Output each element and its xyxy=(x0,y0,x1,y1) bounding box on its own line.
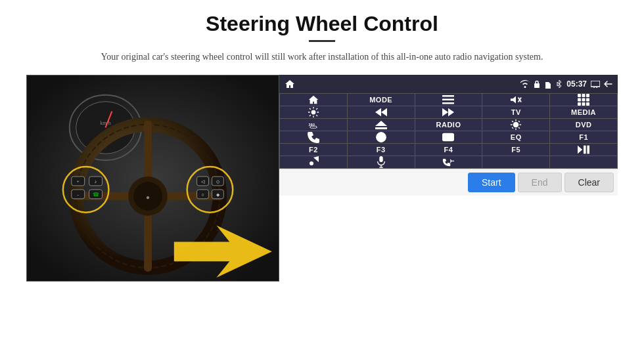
svg-rect-42 xyxy=(578,94,581,97)
control-panel: 05:37 xyxy=(279,75,618,169)
btn-screen-rect[interactable] xyxy=(415,131,482,143)
svg-text:●: ● xyxy=(146,194,150,201)
svg-rect-43 xyxy=(582,94,586,97)
svg-text:☎: ☎ xyxy=(93,192,99,198)
svg-rect-37 xyxy=(442,95,454,97)
svg-rect-33 xyxy=(534,83,540,88)
svg-marker-55 xyxy=(448,108,454,117)
svg-rect-38 xyxy=(442,99,454,101)
btn-phone[interactable] xyxy=(280,131,347,143)
svg-rect-57 xyxy=(310,127,316,129)
clear-button[interactable]: Clear xyxy=(564,173,614,192)
screen-icon xyxy=(591,81,600,88)
svg-line-67 xyxy=(518,121,520,123)
svg-rect-76 xyxy=(379,156,382,162)
btn-mode[interactable]: MODE xyxy=(348,94,415,106)
svg-text:km/h: km/h xyxy=(100,120,110,126)
btn-empty-1 xyxy=(482,156,549,168)
svg-rect-39 xyxy=(442,102,454,104)
btn-media[interactable]: MEDIA xyxy=(550,106,617,118)
svg-marker-54 xyxy=(442,108,448,117)
svg-rect-48 xyxy=(578,102,581,106)
btn-360[interactable]: 360 xyxy=(280,119,347,131)
svg-rect-59 xyxy=(375,127,387,129)
button-grid: MODE xyxy=(279,93,618,169)
status-right: 05:37 xyxy=(520,79,612,89)
btn-dvd[interactable]: DVD xyxy=(550,119,617,131)
btn-mic[interactable] xyxy=(348,156,415,168)
bluetooth-icon xyxy=(556,79,563,89)
svg-marker-53 xyxy=(375,108,381,117)
btn-brightness[interactable] xyxy=(482,119,549,131)
bottom-action-bar: Start End Clear xyxy=(279,169,618,196)
status-bar: 05:37 xyxy=(279,75,618,93)
svg-rect-47 xyxy=(586,98,589,102)
svg-rect-74 xyxy=(584,146,586,154)
svg-line-66 xyxy=(518,127,520,129)
status-left xyxy=(285,79,295,89)
svg-rect-72 xyxy=(443,134,453,141)
page-wrapper: Steering Wheel Control Your original car… xyxy=(0,0,644,357)
btn-list[interactable] xyxy=(415,94,482,106)
svg-rect-46 xyxy=(582,98,586,102)
btn-f2[interactable]: F2 xyxy=(280,144,347,156)
title-divider xyxy=(309,40,335,42)
svg-text:♪: ♪ xyxy=(95,179,97,184)
btn-music[interactable] xyxy=(280,156,347,168)
btn-radio[interactable]: RADIO xyxy=(415,119,482,131)
svg-marker-52 xyxy=(381,108,387,117)
svg-rect-75 xyxy=(587,146,589,154)
svg-point-51 xyxy=(311,111,315,114)
wifi-icon xyxy=(520,80,530,88)
svg-rect-50 xyxy=(586,102,589,106)
content-row: km/h ● + xyxy=(26,75,618,282)
svg-rect-44 xyxy=(586,94,589,97)
svg-marker-73 xyxy=(578,146,582,154)
svg-rect-45 xyxy=(578,98,581,102)
start-button[interactable]: Start xyxy=(468,173,515,192)
btn-f3[interactable]: F3 xyxy=(348,144,415,156)
svg-line-68 xyxy=(512,127,513,129)
btn-f1[interactable]: F1 xyxy=(550,131,617,143)
btn-f5[interactable]: F5 xyxy=(482,144,549,156)
btn-f4[interactable]: F4 xyxy=(415,144,482,156)
back-icon xyxy=(604,81,612,88)
page-title: Steering Wheel Control xyxy=(206,12,438,36)
btn-settings[interactable] xyxy=(280,106,347,118)
svg-text:+: + xyxy=(77,179,80,184)
status-time: 05:37 xyxy=(566,79,587,89)
btn-rewind[interactable] xyxy=(348,106,415,118)
svg-text:○: ○ xyxy=(201,192,204,198)
sim-icon xyxy=(544,80,552,89)
page-subtitle: Your original car's steering wheel contr… xyxy=(101,50,543,64)
btn-empty-2 xyxy=(550,156,617,168)
btn-globe[interactable] xyxy=(348,131,415,143)
svg-rect-34 xyxy=(591,81,600,87)
lock-icon xyxy=(534,80,540,89)
svg-point-60 xyxy=(514,123,518,127)
btn-home[interactable] xyxy=(280,94,347,106)
btn-play-pause[interactable] xyxy=(550,144,617,156)
btn-apps[interactable] xyxy=(550,94,617,106)
btn-eject[interactable] xyxy=(348,119,415,131)
btn-mute[interactable] xyxy=(482,94,549,106)
svg-marker-58 xyxy=(375,121,387,126)
svg-rect-49 xyxy=(582,102,586,106)
end-button[interactable]: End xyxy=(518,173,562,192)
right-panel: 05:37 xyxy=(279,75,618,196)
btn-ffwd[interactable] xyxy=(415,106,482,118)
btn-eq[interactable]: EQ xyxy=(482,131,549,143)
btn-tv[interactable]: TV xyxy=(482,106,549,118)
svg-text:360: 360 xyxy=(308,123,315,127)
svg-line-65 xyxy=(512,121,513,123)
home-status-icon xyxy=(285,79,295,89)
steering-wheel-image: km/h ● + xyxy=(26,75,279,282)
btn-phone-call[interactable] xyxy=(415,156,482,168)
